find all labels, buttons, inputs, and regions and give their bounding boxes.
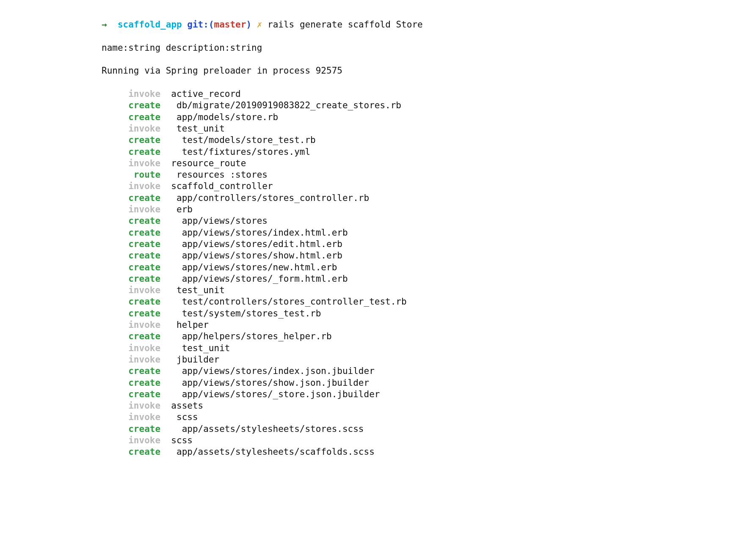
- create-action: create: [102, 192, 160, 204]
- invoke-action: invoke: [102, 88, 160, 100]
- create-action: create: [102, 389, 160, 400]
- output-line: invoke erb: [102, 204, 756, 215]
- output-line: create db/migrate/20190919083822_create_…: [102, 100, 756, 111]
- output-line: invoke assets: [102, 400, 756, 412]
- output-line: invoke test_unit: [102, 285, 756, 296]
- separator: [160, 389, 171, 400]
- separator: [160, 204, 171, 215]
- invoke-action: invoke: [102, 158, 160, 169]
- separator: [160, 296, 171, 308]
- separator: [160, 412, 171, 423]
- invoke-action: invoke: [102, 354, 160, 365]
- create-action: create: [102, 308, 160, 319]
- output-path: app/views/stores/_store.json.jbuilder: [171, 389, 380, 399]
- output-path: resources :stores: [171, 170, 268, 180]
- running-line: Running via Spring preloader in process …: [102, 65, 756, 77]
- command-text: rails generate scaffold Store: [268, 19, 423, 30]
- terminal-output: → scaffold_app git:(master) ✗ rails gene…: [0, 0, 756, 470]
- separator: [160, 215, 171, 227]
- create-action: create: [102, 377, 160, 389]
- separator: [160, 227, 171, 239]
- output-path: assets: [171, 401, 203, 411]
- output-path: active_record: [171, 89, 240, 99]
- output-line: invoke active_record: [102, 88, 756, 100]
- separator: [160, 435, 171, 446]
- output-line: invoke resource_route: [102, 158, 756, 169]
- create-action: create: [102, 446, 160, 458]
- create-action: create: [102, 100, 160, 111]
- output-path: app/assets/stylesheets/stores.scss: [171, 424, 364, 434]
- separator: [160, 123, 171, 135]
- output-line: route resources :stores: [102, 169, 756, 181]
- command-continuation: name:string description:string: [102, 42, 756, 54]
- output-path: jbuilder: [171, 354, 219, 365]
- separator: [160, 169, 171, 181]
- create-action: create: [102, 423, 160, 435]
- invoke-action: invoke: [102, 181, 160, 192]
- output-line: invoke jbuilder: [102, 354, 756, 365]
- separator: [160, 192, 171, 204]
- separator: [160, 354, 171, 365]
- create-action: create: [102, 135, 160, 146]
- output-line: invoke scss: [102, 435, 756, 446]
- separator: [160, 88, 171, 100]
- prompt-directory: scaffold_app: [118, 19, 182, 30]
- output-line: invoke scaffold_controller: [102, 181, 756, 192]
- invoke-action: invoke: [102, 435, 160, 446]
- output-line: create test/controllers/stores_controlle…: [102, 296, 756, 308]
- output-path: app/controllers/stores_controller.rb: [171, 193, 369, 203]
- output-path: scaffold_controller: [171, 181, 273, 191]
- output-path: db/migrate/20190919083822_create_stores.…: [171, 100, 401, 110]
- output-path: app/views/stores/show.html.erb: [171, 250, 342, 261]
- output-line: create app/views/stores/show.json.jbuild…: [102, 377, 756, 389]
- separator: [160, 343, 171, 354]
- separator: [160, 262, 171, 273]
- output-line: create test/system/stores_test.rb: [102, 308, 756, 319]
- output-line: create app/controllers/stores_controller…: [102, 192, 756, 204]
- output-path: app/views/stores/new.html.erb: [171, 262, 337, 272]
- output-line: create app/views/stores/_store.json.jbui…: [102, 389, 756, 400]
- output-line: create app/views/stores/show.html.erb: [102, 250, 756, 261]
- create-action: create: [102, 250, 160, 261]
- create-action: create: [102, 296, 160, 308]
- output-path: helper: [171, 320, 209, 330]
- create-action: create: [102, 239, 160, 250]
- separator: [160, 400, 171, 412]
- output-line: create test/models/store_test.rb: [102, 135, 756, 146]
- output-line: invoke test_unit: [102, 343, 756, 354]
- output-path: test/controllers/stores_controller_test.…: [171, 297, 406, 307]
- output-path: app/views/stores: [171, 216, 268, 226]
- separator: [160, 146, 171, 158]
- separator: [160, 446, 171, 458]
- output-path: test_unit: [171, 343, 230, 353]
- separator: [160, 423, 171, 435]
- output-path: app/views/stores/index.html.erb: [171, 228, 348, 238]
- output-path: test_unit: [171, 285, 224, 295]
- prompt-line: → scaffold_app git:(master) ✗ rails gene…: [102, 19, 756, 30]
- route-action: route: [102, 169, 160, 181]
- invoke-action: invoke: [102, 343, 160, 354]
- output-line: create app/assets/stylesheets/stores.scs…: [102, 423, 756, 435]
- output-path: app/helpers/stores_helper.rb: [171, 331, 331, 341]
- output-line: create app/helpers/stores_helper.rb: [102, 331, 756, 342]
- output-path: app/views/stores/show.json.jbuilder: [171, 378, 369, 388]
- output-path: test/fixtures/stores.yml: [171, 147, 310, 157]
- create-action: create: [102, 112, 160, 123]
- invoke-action: invoke: [102, 400, 160, 412]
- invoke-action: invoke: [102, 204, 160, 215]
- invoke-action: invoke: [102, 319, 160, 331]
- separator: [160, 181, 171, 192]
- output-line: create app/views/stores/edit.html.erb: [102, 239, 756, 250]
- git-dirty-icon: ✗: [257, 19, 262, 30]
- create-action: create: [102, 262, 160, 273]
- output-path: test/models/store_test.rb: [171, 135, 315, 145]
- output-path: erb: [171, 204, 193, 214]
- output-line: create app/assets/stylesheets/scaffolds.…: [102, 446, 756, 458]
- output-path: test_unit: [171, 124, 224, 134]
- output-line: create test/fixtures/stores.yml: [102, 146, 756, 158]
- output-path: app/assets/stylesheets/scaffolds.scss: [171, 447, 374, 457]
- output-line: create app/views/stores: [102, 215, 756, 227]
- output-line: create app/views/stores/_form.html.erb: [102, 273, 756, 285]
- output-line: invoke test_unit: [102, 123, 756, 135]
- separator: [160, 377, 171, 389]
